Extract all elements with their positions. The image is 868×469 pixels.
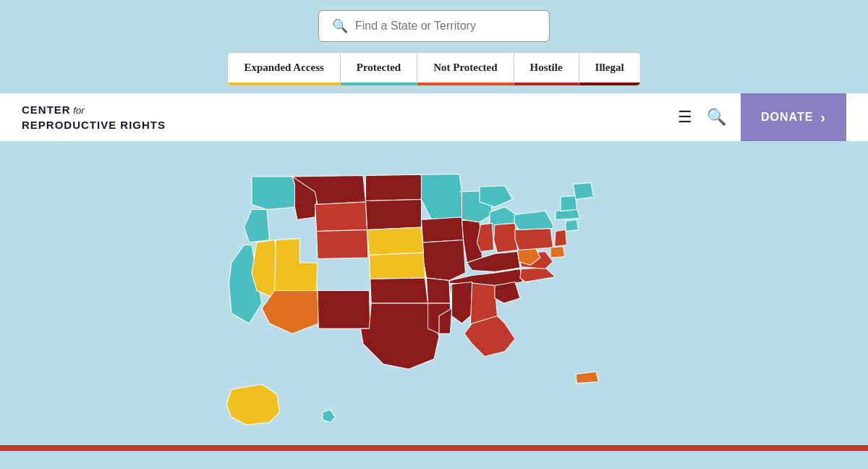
top-section: 🔍 Expanded Access Protected Not Protecte…: [0, 0, 868, 93]
state-wy[interactable]: [315, 202, 367, 232]
filter-tab-hostile[interactable]: Hostile: [514, 53, 579, 85]
state-ar[interactable]: [427, 278, 451, 303]
filter-tabs: Expanded Access Protected Not Protected …: [227, 52, 640, 86]
state-oh[interactable]: [494, 223, 518, 253]
state-co[interactable]: [317, 230, 368, 259]
state-mo[interactable]: [423, 240, 466, 281]
search-input[interactable]: [355, 20, 536, 33]
filter-tab-not-protected[interactable]: Not Protected: [417, 53, 514, 85]
state-ne[interactable]: [367, 227, 424, 255]
state-nm[interactable]: [318, 291, 370, 329]
bottom-stripe: [0, 445, 868, 451]
donate-arrow-icon: ›: [820, 109, 826, 126]
state-ok[interactable]: [370, 278, 428, 303]
state-ny[interactable]: [514, 211, 553, 230]
filter-tab-expanded-access[interactable]: Expanded Access: [228, 53, 340, 85]
state-nj[interactable]: [555, 230, 567, 247]
filter-tab-illegal[interactable]: Illegal: [579, 53, 640, 85]
state-wa[interactable]: [252, 177, 297, 210]
territory-pr[interactable]: [576, 372, 599, 384]
search-nav-icon[interactable]: 🔍: [707, 108, 726, 127]
donate-button[interactable]: DONATE ›: [741, 93, 846, 141]
state-ia[interactable]: [422, 217, 464, 242]
navbar: CENTER for REPRODUCTIVE RIGHTS ☰ 🔍 DONAT…: [0, 93, 868, 141]
us-map: [0, 141, 868, 445]
state-nd[interactable]: [366, 174, 422, 200]
nav-right: ☰ 🔍 DONATE ›: [678, 93, 846, 141]
map-section: [0, 141, 868, 445]
search-icon: 🔍: [332, 18, 348, 34]
state-ct[interactable]: [566, 220, 579, 232]
state-sd[interactable]: [366, 200, 422, 230]
menu-icon[interactable]: ☰: [678, 108, 692, 127]
state-ks[interactable]: [369, 253, 425, 279]
state-ak[interactable]: [226, 384, 280, 425]
search-bar[interactable]: 🔍: [318, 10, 550, 42]
org-name: CENTER for REPRODUCTIVE RIGHTS: [22, 102, 166, 132]
filter-tab-protected[interactable]: Protected: [341, 53, 417, 85]
state-pa[interactable]: [515, 228, 553, 250]
donate-label: DONATE: [761, 111, 813, 124]
state-md[interactable]: [550, 247, 565, 258]
state-me[interactable]: [574, 182, 594, 199]
state-vt-nh[interactable]: [561, 196, 576, 211]
